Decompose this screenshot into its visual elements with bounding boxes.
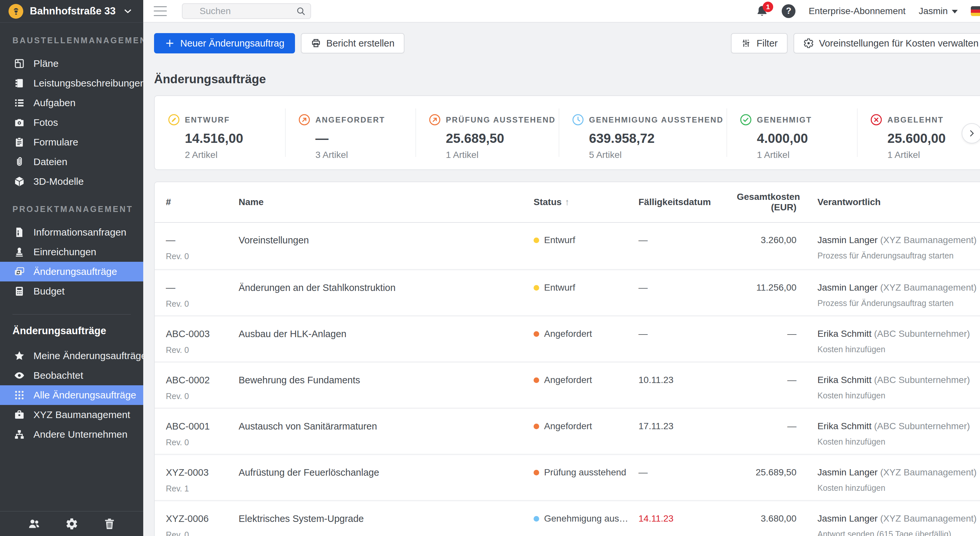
- responsible-line: Erika Schmitt (ABC Subunternehmer): [818, 329, 977, 339]
- sidebar-item-einreichungen[interactable]: Einreichungen: [0, 242, 143, 262]
- sidebar-item-plaene[interactable]: Pläne: [0, 54, 143, 73]
- row-action-link[interactable]: Kosten hinzufügen: [818, 437, 977, 447]
- summary-card-head: ANGEFORDERT: [298, 114, 412, 126]
- sidebar-item-fotos[interactable]: Fotos: [0, 113, 143, 132]
- summary-card-entwurf[interactable]: ENTWURF14.516,002 Artikel: [155, 96, 285, 169]
- row-action-link[interactable]: Kosten hinzufügen: [818, 391, 977, 400]
- sidebar-item-label: Fotos: [33, 117, 58, 128]
- column-header-status[interactable]: Status: [534, 197, 638, 207]
- summary-card-angefordert[interactable]: ANGEFORDERT—3 Artikel: [285, 96, 415, 169]
- status-label: Genehmigung aus…: [544, 514, 628, 524]
- pencil-circle-icon: [168, 114, 180, 126]
- sidebar-item-3d-modelle[interactable]: 3D-Modelle: [0, 172, 143, 191]
- sidebar-item-aufgaben[interactable]: Aufgaben: [0, 93, 143, 113]
- summary-card-genehmigung-ausstehend[interactable]: GENEHMIGUNG AUSSTEHEND639.958,725 Artike…: [559, 96, 727, 169]
- row-action-link[interactable]: Prozess für Änderungsauftrag starten: [818, 299, 977, 308]
- summary-card-count: 2 Artikel: [185, 150, 282, 160]
- table-row[interactable]: —Rev. 0VoreinstellungenEntwurf—3.260,00J…: [155, 223, 980, 269]
- responsible-company: (ABC Subunternehmer): [872, 329, 970, 339]
- summary-card-value: 14.516,00: [185, 131, 282, 146]
- notifications-bell-icon[interactable]: 1: [756, 4, 768, 18]
- subnav-item-andere-unternehmen[interactable]: Andere Unternehmen: [0, 425, 143, 444]
- app-logo-icon: [8, 4, 23, 19]
- summary-card-genehmigt[interactable]: GENEHMIGT4.000,001 Artikel: [727, 96, 857, 169]
- responsible-name: Erika Schmitt: [818, 329, 872, 339]
- subnav-item-xyz-baumanagement[interactable]: XYZ Baumanagement: [0, 405, 143, 425]
- cell-total-cost: 3.680,00: [737, 514, 797, 524]
- cell-number: XYZ-0003Rev. 1: [166, 467, 239, 493]
- project-switcher[interactable]: Bahnhofstraße 33: [0, 0, 143, 22]
- change-order-number: XYZ-0003: [166, 467, 239, 478]
- revision-label: Rev. 0: [166, 299, 239, 309]
- sidebar-item-leistungsbeschreibungen[interactable]: Leistungsbeschreibungen: [0, 73, 143, 93]
- column-header-total-cost[interactable]: Gesamtkosten (EUR): [737, 192, 797, 213]
- change-order-name[interactable]: Aufrüstung der Feuerlöschanlage: [239, 467, 534, 478]
- sidebar-divider: [13, 314, 131, 315]
- responsible-company: (ABC Subunternehmer): [872, 421, 970, 431]
- row-action-link[interactable]: Prozess für Änderungsauftrag starten: [818, 251, 977, 261]
- search-input[interactable]: [182, 3, 311, 19]
- change-order-name[interactable]: Austausch von Sanitärarmaturen: [239, 421, 534, 432]
- user-menu[interactable]: Jasmin: [919, 6, 958, 16]
- subnav-item-meine-aenderungsauftraege[interactable]: Meine Änderungsaufträge: [0, 346, 143, 366]
- change-order-name[interactable]: Bewehrung des Fundaments: [239, 375, 534, 386]
- members-button[interactable]: [27, 517, 41, 530]
- sidebar-item-dateien[interactable]: Dateien: [0, 152, 143, 172]
- subscription-label[interactable]: Enterprise-Abonnement: [808, 6, 905, 16]
- sidebar-item-informationsanfragen[interactable]: Informationsanfragen: [0, 223, 143, 242]
- table-row[interactable]: ABC-0003Rev. 0Ausbau der HLK-AnlagenAnge…: [155, 315, 980, 361]
- table-body: —Rev. 0VoreinstellungenEntwurf—3.260,00J…: [155, 223, 980, 536]
- camera-icon: [14, 117, 25, 128]
- cell-total-cost: 25.689,50: [737, 467, 797, 478]
- responsible-name: Erika Schmitt: [818, 375, 872, 385]
- subnav-item-beobachtet[interactable]: Beobachtet: [0, 366, 143, 385]
- sidebar-item-aenderungsauftraege[interactable]: Änderungsaufträge: [0, 262, 143, 282]
- language-flag-de-icon[interactable]: [971, 6, 980, 16]
- column-header-due-date[interactable]: Fälligkeitsdatum: [638, 197, 737, 207]
- column-header-responsible[interactable]: Verantwortlich: [797, 197, 977, 207]
- column-header-name[interactable]: Name: [239, 197, 534, 207]
- chevron-down-icon[interactable]: [122, 6, 134, 17]
- change-orders-table: # Name Status Fälligkeitsdatum Gesamtkos…: [154, 181, 980, 536]
- change-order-name[interactable]: Ausbau der HLK-Anlagen: [239, 329, 534, 339]
- responsible-line: Jasmin Langer (XYZ Baumanagement): [818, 235, 977, 245]
- trash-button[interactable]: [103, 517, 116, 530]
- sidebar-item-formulare[interactable]: Formulare: [0, 132, 143, 152]
- row-action-link[interactable]: Kosten hinzufügen: [818, 345, 977, 354]
- subnav-title: Änderungsaufträge: [0, 325, 143, 337]
- change-order-name[interactable]: Elektrisches System-Upgrade: [239, 514, 534, 524]
- row-action-link[interactable]: Kosten hinzufügen: [818, 483, 977, 493]
- tasks-icon: [14, 97, 25, 108]
- sidebar-item-label: Aufgaben: [33, 97, 75, 108]
- help-button[interactable]: ?: [782, 4, 795, 18]
- table-row[interactable]: ABC-0001Rev. 0Austausch von Sanitärarmat…: [155, 407, 980, 454]
- revision-label: Rev. 0: [166, 530, 239, 536]
- sidebar-item-budget[interactable]: Budget: [0, 282, 143, 301]
- new-change-order-button[interactable]: Neuer Änderungsauftrag: [154, 33, 295, 53]
- settings-button[interactable]: [65, 517, 78, 530]
- responsible-company: (XYZ Baumanagement): [878, 467, 977, 477]
- row-action-link[interactable]: Antwort senden (615 Tage überfällig): [818, 530, 977, 536]
- change-order-name[interactable]: Voreinstellungen: [239, 235, 534, 246]
- cell-number: ABC-0001Rev. 0: [166, 421, 239, 447]
- table-row[interactable]: XYZ-0003Rev. 1Aufrüstung der Feuerlöscha…: [155, 454, 980, 500]
- hamburger-menu-icon[interactable]: [154, 6, 167, 16]
- table-row[interactable]: ABC-0002Rev. 0Bewehrung des FundamentsAn…: [155, 361, 980, 407]
- cell-responsible: Jasmin Langer (XYZ Baumanagement)Prozess…: [797, 282, 977, 308]
- arrow-circle-icon: [429, 114, 441, 126]
- table-row[interactable]: —Rev. 0Änderungen an der Stahlkonstrukti…: [155, 269, 980, 315]
- cards-scroll-next-button[interactable]: [962, 123, 980, 143]
- filter-button[interactable]: Filter: [731, 33, 787, 53]
- table-row[interactable]: XYZ-0006Rev. 0Elektrisches System-Upgrad…: [155, 500, 980, 536]
- summary-card-count: 3 Artikel: [315, 150, 412, 160]
- clipboard-icon: [14, 137, 25, 148]
- create-report-button[interactable]: Bericht erstellen: [301, 33, 404, 53]
- responsible-name: Erika Schmitt: [818, 421, 872, 431]
- manage-cost-presets-button[interactable]: Voreinstellungen für Kosten verwalten: [794, 33, 980, 53]
- subnav-item-alle-aenderungsauftraege[interactable]: Alle Änderungsaufträge: [0, 385, 143, 405]
- change-order-number: ABC-0003: [166, 329, 239, 339]
- change-order-name[interactable]: Änderungen an der Stahlkonstruktion: [239, 282, 534, 293]
- column-header-number[interactable]: #: [166, 197, 239, 207]
- summary-card-pruefung-ausstehend[interactable]: PRÜFUNG AUSSTEHEND25.689,501 Artikel: [415, 96, 559, 169]
- change-order-number: ABC-0002: [166, 375, 239, 386]
